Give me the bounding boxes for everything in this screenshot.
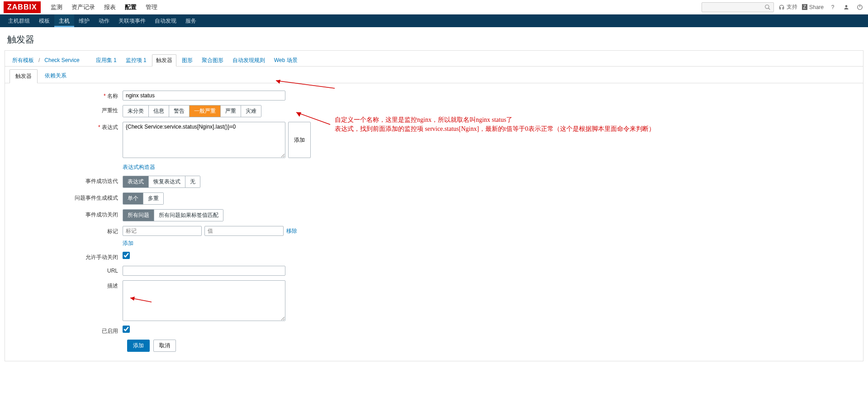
tab-applications[interactable]: 应用集 1	[92, 55, 120, 66]
tab-screens[interactable]: 聚合图形	[198, 55, 227, 66]
event-iter-expression[interactable]: 表达式	[123, 176, 149, 187]
header-right: 支持 Z Share ?	[702, 2, 864, 12]
top-nav-monitor[interactable]: 监测	[46, 0, 67, 14]
desc-label: 描述	[9, 280, 123, 290]
svg-point-2	[845, 5, 848, 7]
sub-nav-services[interactable]: 服务	[181, 14, 201, 27]
url-input[interactable]	[123, 266, 285, 276]
sub-nav-maintenance[interactable]: 维护	[74, 14, 94, 27]
enabled-label: 已启用	[9, 326, 123, 335]
tag-value-input[interactable]	[204, 226, 284, 236]
top-nav-reports[interactable]: 报表	[100, 0, 120, 14]
manual-close-checkbox[interactable]	[123, 252, 130, 259]
share-icon: Z	[802, 4, 807, 10]
form-tab-dependencies[interactable]: 依赖关系	[39, 69, 72, 83]
sub-nav-hostgroups[interactable]: 主机群组	[4, 14, 34, 27]
expression-add-button[interactable]: 添加	[288, 122, 311, 158]
sub-nav: 主机群组 模板 主机 维护 动作 关联项事件 自动发现 服务	[0, 14, 868, 27]
user-icon[interactable]	[842, 3, 851, 12]
event-close-tag[interactable]: 所有问题如果标签值匹配	[154, 210, 223, 221]
tab-triggers[interactable]: 触发器	[152, 54, 176, 67]
severity-unclassified[interactable]: 未分类	[123, 105, 149, 117]
severity-high[interactable]: 严重	[221, 105, 241, 117]
severity-disaster[interactable]: 灾难	[241, 105, 261, 117]
sub-nav-discovery[interactable]: 自动发现	[150, 14, 181, 27]
event-close-label: 事件成功关闭	[9, 209, 123, 219]
submit-button[interactable]: 添加	[127, 340, 150, 352]
problem-mode-group: 单个 多重	[123, 192, 164, 205]
top-nav: 监测 资产记录 报表 配置 管理	[46, 0, 702, 14]
breadcrumb-template[interactable]: Check Service	[42, 55, 82, 65]
desc-textarea[interactable]	[123, 280, 285, 321]
sub-nav-correlation[interactable]: 关联项事件	[114, 14, 150, 27]
logo: ZABBIX	[4, 1, 41, 13]
problem-mode-multiple[interactable]: 多重	[143, 193, 163, 204]
help-icon[interactable]: ?	[828, 3, 837, 12]
problem-mode-label: 问题事件生成模式	[9, 192, 123, 202]
breadcrumb-sep: /	[38, 57, 40, 63]
problem-mode-single[interactable]: 单个	[123, 193, 143, 204]
page-title: 触发器	[0, 27, 868, 50]
sub-nav-hosts[interactable]: 主机	[54, 14, 74, 27]
tab-discovery-rules[interactable]: 自动发现规则	[229, 55, 269, 66]
form-tab-trigger[interactable]: 触发器	[9, 69, 38, 83]
event-close-group: 所有问题 所有问题如果标签值匹配	[123, 209, 223, 221]
severity-average[interactable]: 一般严重	[190, 105, 221, 117]
tag-add-link[interactable]: 添加	[123, 240, 133, 247]
tag-remove-link[interactable]: 移除	[286, 227, 297, 235]
sub-nav-actions[interactable]: 动作	[94, 14, 114, 27]
sub-nav-templates[interactable]: 模板	[34, 14, 54, 27]
severity-group: 未分类 信息 警告 一般严重 严重 灾难	[123, 105, 261, 117]
top-nav-inventory[interactable]: 资产记录	[67, 0, 100, 14]
breadcrumb-all-templates[interactable]: 所有模板	[9, 55, 37, 66]
tab-nav: 所有模板 / Check Service 应用集 1 监控项 1 触发器 图形 …	[5, 51, 863, 67]
tags-label: 标记	[9, 226, 123, 235]
event-iter-none[interactable]: 无	[185, 176, 200, 187]
name-input[interactable]	[123, 91, 285, 101]
expression-label: 表达式	[9, 122, 123, 131]
tab-graphs[interactable]: 图形	[178, 55, 196, 66]
search-box[interactable]	[702, 2, 774, 12]
event-iter-recovery[interactable]: 恢复表达式	[149, 176, 185, 187]
severity-warning[interactable]: 警告	[169, 105, 190, 117]
severity-info[interactable]: 信息	[149, 105, 169, 117]
severity-label: 严重性	[9, 105, 123, 115]
svg-line-1	[768, 8, 770, 10]
top-nav-admin[interactable]: 管理	[141, 0, 162, 14]
event-iteration-group: 表达式 恢复表达式 无	[123, 176, 200, 188]
event-close-all[interactable]: 所有问题	[123, 210, 154, 221]
headset-icon	[778, 4, 785, 10]
tag-name-input[interactable]	[123, 226, 202, 236]
search-icon	[764, 4, 771, 10]
form-tabs: 触发器 依赖关系	[5, 67, 863, 83]
header: ZABBIX 监测 资产记录 报表 配置 管理 支持 Z Share ?	[0, 0, 868, 14]
cancel-button[interactable]: 取消	[153, 340, 176, 352]
top-nav-config[interactable]: 配置	[120, 0, 141, 14]
share-link[interactable]: Z Share	[802, 4, 824, 10]
enabled-checkbox[interactable]	[123, 326, 130, 333]
tab-web[interactable]: Web 场景	[270, 55, 301, 66]
manual-close-label: 允许手动关闭	[9, 252, 123, 261]
expression-builder-link[interactable]: 表达式构造器	[123, 164, 155, 170]
content-wrap: 所有模板 / Check Service 应用集 1 监控项 1 触发器 图形 …	[5, 50, 863, 361]
support-link[interactable]: 支持	[778, 3, 797, 11]
expression-textarea[interactable]: {Check Service:service.status[Nginx].las…	[123, 122, 285, 158]
event-iteration-label: 事件成功迭代	[9, 176, 123, 185]
tab-items[interactable]: 监控项 1	[122, 55, 150, 66]
name-label: 名称	[9, 91, 123, 100]
svg-point-0	[765, 5, 769, 8]
logout-icon[interactable]	[855, 3, 864, 12]
form-body: 名称 严重性 未分类 信息 警告 一般严重 严重 灾难 表达式	[5, 83, 863, 361]
url-label: URL	[9, 266, 123, 274]
